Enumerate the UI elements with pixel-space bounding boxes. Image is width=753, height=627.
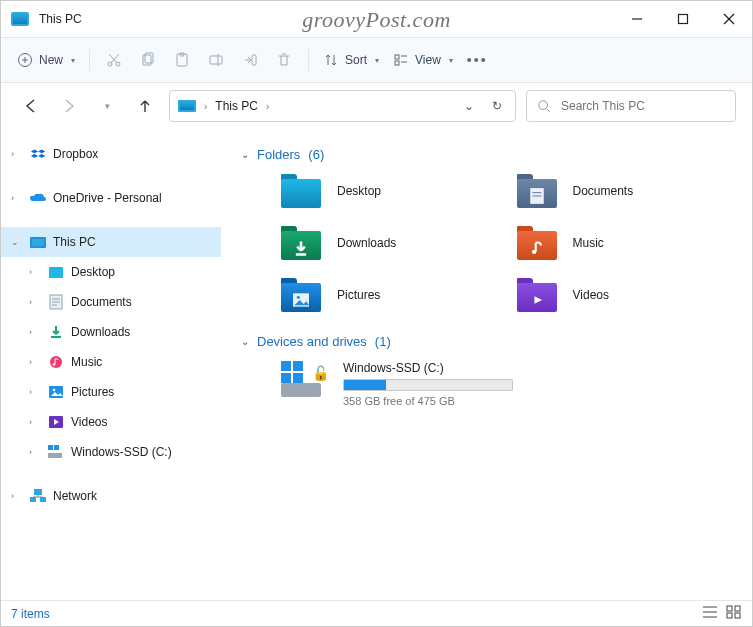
collapse-icon[interactable]: ⌄	[11, 237, 23, 247]
search-box[interactable]	[526, 90, 736, 122]
folder-item-downloads[interactable]: Downloads	[281, 226, 497, 260]
window-title: This PC	[39, 12, 82, 26]
sort-label: Sort	[345, 53, 367, 67]
sidebar-item-videos[interactable]: › Videos	[1, 407, 221, 437]
expand-icon[interactable]: ›	[11, 491, 23, 501]
address-bar[interactable]: › This PC › ⌄ ↻	[169, 90, 516, 122]
drive-name: Windows-SSD (C:)	[343, 361, 513, 375]
new-button[interactable]: New ▾	[11, 44, 81, 76]
sidebar-item-dropbox[interactable]: › Dropbox	[1, 139, 221, 169]
sidebar-item-music[interactable]: › Music	[1, 347, 221, 377]
folder-icon	[281, 226, 321, 260]
folder-item-desktop[interactable]: Desktop	[281, 174, 497, 208]
maximize-button[interactable]	[660, 1, 706, 37]
expand-icon[interactable]: ›	[29, 327, 41, 337]
recent-button[interactable]: ▾	[93, 92, 121, 120]
copy-icon	[140, 52, 156, 68]
this-pc-icon	[29, 233, 47, 251]
expand-icon[interactable]: ›	[29, 357, 41, 367]
expand-icon[interactable]: ›	[11, 149, 23, 159]
folder-icon	[281, 174, 321, 208]
folder-item-videos[interactable]: Videos	[517, 278, 733, 312]
back-button[interactable]	[17, 92, 45, 120]
folder-icon	[517, 278, 557, 312]
chevron-down-icon: ▾	[449, 56, 453, 65]
expand-icon[interactable]: ›	[29, 387, 41, 397]
separator	[308, 49, 309, 71]
sidebar-label: Network	[53, 489, 97, 503]
cut-button[interactable]	[98, 44, 130, 76]
sidebar-item-pictures[interactable]: › Pictures	[1, 377, 221, 407]
sidebar-item-documents[interactable]: › Documents	[1, 287, 221, 317]
folder-item-documents[interactable]: Documents	[517, 174, 733, 208]
group-label: Folders	[257, 147, 300, 162]
breadcrumb-this-pc[interactable]: This PC	[215, 99, 258, 113]
share-button[interactable]	[234, 44, 266, 76]
group-count: (6)	[308, 147, 324, 162]
refresh-button[interactable]: ↻	[487, 99, 507, 113]
svg-line-23	[547, 109, 551, 113]
sidebar-item-downloads[interactable]: › Downloads	[1, 317, 221, 347]
forward-button[interactable]	[55, 92, 83, 120]
expand-icon[interactable]: ›	[29, 447, 41, 457]
sidebar-item-desktop[interactable]: › Desktop	[1, 257, 221, 287]
expand-icon[interactable]: ›	[29, 417, 41, 427]
folder-label: Documents	[573, 184, 634, 198]
folder-label: Pictures	[337, 288, 380, 302]
delete-button[interactable]	[268, 44, 300, 76]
sidebar-label: Windows-SSD (C:)	[71, 445, 172, 459]
svg-point-28	[50, 356, 62, 368]
chevron-right-icon: ›	[266, 101, 269, 112]
more-button[interactable]: •••	[461, 44, 494, 76]
view-button[interactable]: View ▾	[387, 44, 459, 76]
ellipsis-icon: •••	[467, 52, 488, 68]
sidebar-label: Downloads	[71, 325, 130, 339]
chevron-right-icon: ›	[204, 101, 207, 112]
sort-button[interactable]: Sort ▾	[317, 44, 385, 76]
sidebar-item-drive-c[interactable]: › Windows-SSD (C:)	[1, 437, 221, 467]
address-dropdown[interactable]: ⌄	[459, 99, 479, 113]
svg-rect-17	[252, 55, 256, 65]
search-icon	[537, 99, 551, 113]
navigation-row: ▾ › This PC › ⌄ ↻	[1, 83, 752, 129]
unlock-icon: 🔓	[312, 365, 329, 381]
close-button[interactable]	[706, 1, 752, 37]
documents-icon	[47, 293, 65, 311]
watermark-text: groovyPost.com	[302, 7, 451, 33]
sidebar-item-this-pc[interactable]: ⌄ This PC	[1, 227, 221, 257]
drive-item-c[interactable]: 🔓 Windows-SSD (C:) 358 GB free of 475 GB	[281, 361, 732, 407]
expand-icon[interactable]: ›	[11, 193, 23, 203]
group-header-drives[interactable]: ⌄ Devices and drives (1)	[241, 334, 732, 349]
minimize-button[interactable]	[614, 1, 660, 37]
folder-label: Downloads	[337, 236, 396, 250]
this-pc-icon	[178, 100, 196, 112]
paste-button[interactable]	[166, 44, 198, 76]
rename-button[interactable]	[200, 44, 232, 76]
sidebar-item-onedrive[interactable]: › OneDrive - Personal	[1, 183, 221, 213]
expand-icon[interactable]: ›	[29, 297, 41, 307]
rename-icon	[208, 52, 224, 68]
search-input[interactable]	[561, 99, 725, 113]
svg-rect-33	[48, 453, 62, 458]
copy-button[interactable]	[132, 44, 164, 76]
group-header-folders[interactable]: ⌄ Folders (6)	[241, 147, 732, 162]
expand-icon[interactable]: ›	[29, 267, 41, 277]
sidebar-label: This PC	[53, 235, 96, 249]
svg-rect-50	[727, 606, 732, 611]
sidebar-item-network[interactable]: › Network	[1, 481, 221, 511]
svg-rect-51	[735, 606, 740, 611]
folder-icon	[517, 226, 557, 260]
folder-item-pictures[interactable]: Pictures	[281, 278, 497, 312]
svg-rect-35	[54, 445, 59, 450]
drive-icon	[47, 443, 65, 461]
arrow-right-icon	[66, 100, 73, 112]
thumbnails-view-button[interactable]	[726, 605, 742, 622]
chevron-down-icon: ⌄	[241, 149, 249, 160]
up-button[interactable]	[131, 92, 159, 120]
drive-free-text: 358 GB free of 475 GB	[343, 395, 513, 407]
folder-item-music[interactable]: Music	[517, 226, 733, 260]
status-items: 7 items	[11, 607, 50, 621]
svg-point-44	[531, 250, 535, 254]
details-view-button[interactable]	[702, 605, 718, 622]
downloads-icon	[47, 323, 65, 341]
